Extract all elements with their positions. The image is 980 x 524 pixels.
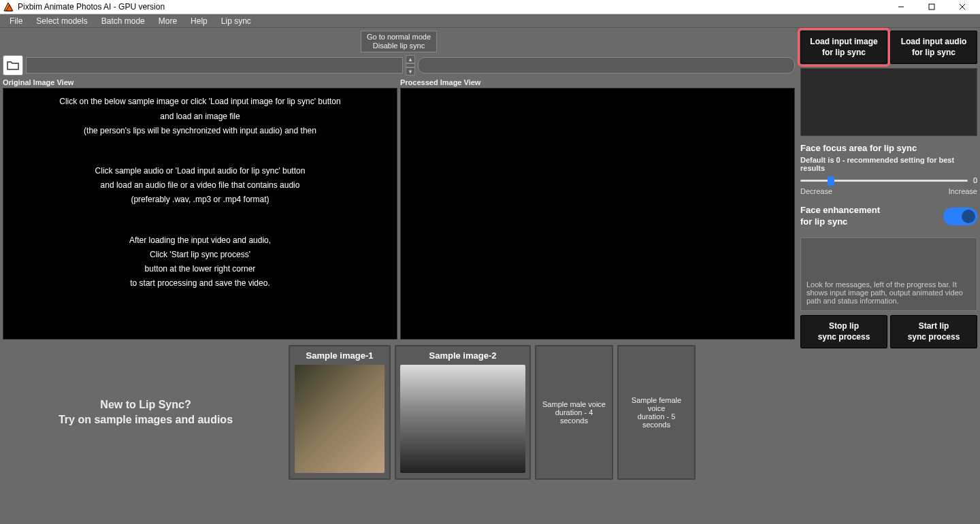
samples-intro: New to Lip Sync? Try on sample images an… — [3, 397, 289, 428]
menu-batch-mode[interactable]: Batch mode — [95, 15, 152, 27]
slider-value: 0 — [973, 176, 977, 184]
menu-help[interactable]: Help — [184, 15, 214, 27]
menu-file[interactable]: File — [3, 15, 29, 27]
face-focus-slider[interactable]: 0 — [800, 176, 977, 186]
sample-image-1[interactable]: Sample image-1 — [289, 345, 391, 480]
open-folder-button[interactable] — [3, 55, 23, 76]
spinner-down-icon[interactable]: ▼ — [406, 67, 415, 76]
processed-view-label: Processed Image View — [400, 78, 795, 86]
face-focus-title: Face focus area for lip sync — [800, 143, 977, 153]
menubar: File Select models Batch mode More Help … — [0, 14, 980, 28]
toggle-knob — [962, 210, 975, 223]
load-input-audio-button[interactable]: Load input audio for lip sync — [890, 31, 977, 64]
path-input-2[interactable] — [418, 57, 795, 73]
stop-lip-sync-button[interactable]: Stop lip sync process — [800, 315, 887, 348]
load-input-image-button[interactable]: Load input image for lip sync — [800, 31, 887, 64]
close-button[interactable] — [947, 0, 977, 14]
menu-select-models[interactable]: Select models — [29, 15, 94, 27]
sample-male-voice[interactable]: Sample male voice duration - 4 seconds — [535, 345, 613, 480]
sample-female-voice[interactable]: Sample female voice duration - 5 seconds — [617, 345, 696, 480]
face-enhancement-label: Face enhancement for lip sync — [800, 205, 880, 228]
sample-image-2-thumb — [400, 365, 525, 473]
folder-icon — [7, 61, 19, 70]
normal-mode-button[interactable]: Go to normal mode Disable lip sync — [361, 31, 437, 52]
spinner-control[interactable]: ▲ ▼ — [406, 55, 415, 76]
svg-rect-1 — [929, 4, 934, 10]
start-lip-sync-button[interactable]: Start lip sync process — [890, 315, 977, 348]
window-title: Pixbim Animate Photos AI - GPU version — [18, 2, 885, 12]
message-box: Look for messages, left of the progress … — [800, 238, 977, 311]
sample-image-1-thumb — [295, 365, 384, 473]
slider-label-decrease: Decrease — [800, 187, 832, 195]
menu-lip-sync[interactable]: Lip sync — [214, 15, 258, 27]
processed-image-view — [400, 88, 795, 340]
path-input-1[interactable] — [26, 57, 403, 73]
sample-image-2[interactable]: Sample image-2 — [395, 345, 531, 480]
face-enhancement-toggle[interactable] — [943, 208, 977, 225]
original-image-view: Click on the below sample image or click… — [3, 88, 397, 340]
face-focus-subtitle: Default is 0 - recommended setting for b… — [800, 156, 977, 172]
slider-thumb[interactable] — [828, 176, 834, 186]
spinner-up-icon[interactable]: ▲ — [406, 55, 415, 63]
slider-label-increase: Increase — [949, 187, 977, 195]
maximize-button[interactable] — [916, 0, 947, 14]
app-logo-icon — [3, 1, 14, 12]
titlebar: Pixbim Animate Photos AI - GPU version — [0, 0, 980, 14]
minimize-button[interactable] — [885, 0, 916, 14]
preview-box — [800, 68, 977, 136]
original-view-label: Original Image View — [3, 78, 397, 86]
menu-more[interactable]: More — [152, 15, 184, 27]
